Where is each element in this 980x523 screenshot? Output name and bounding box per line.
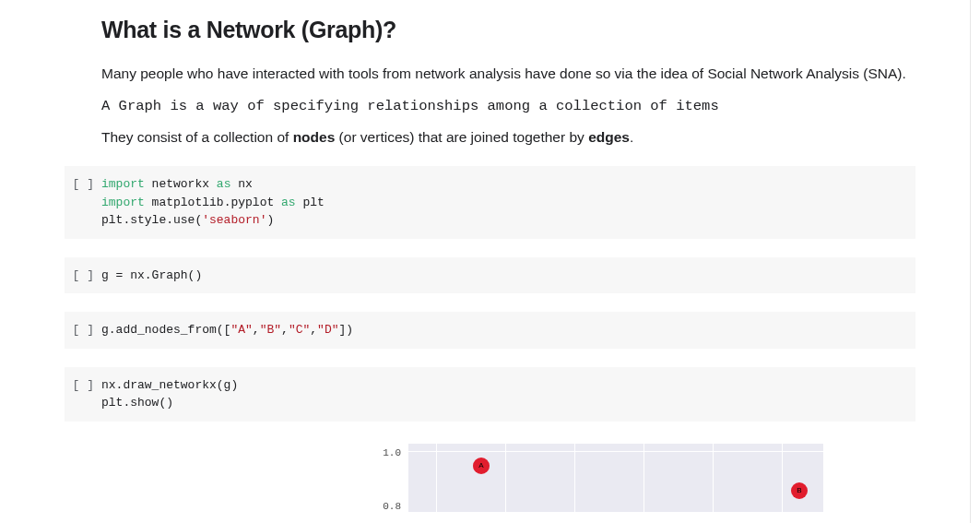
bold-nodes: nodes (293, 129, 336, 145)
grid-line (643, 444, 644, 512)
code-token: nx.draw_networkx(g) plt.show() (101, 378, 238, 410)
grid-line (782, 444, 783, 512)
code-token: import (101, 196, 145, 209)
code-token: "C" (289, 323, 310, 337)
code-content[interactable]: g.add_nodes_from(["A","B","C","D"]) (101, 321, 353, 339)
code-cells: [ ]import networkx as nx import matplotl… (65, 166, 915, 422)
intro-paragraph: Many people who have interacted with too… (101, 64, 915, 84)
grid-line (436, 444, 437, 512)
code-token: ]) (339, 323, 354, 337)
para-text: . (630, 129, 633, 145)
code-token: 'seaborn' (202, 213, 266, 227)
execution-count: [ ] (65, 175, 101, 194)
code-cell[interactable]: [ ]g = nx.Graph() (65, 257, 915, 294)
code-token: as (217, 177, 231, 191)
y-tick-label: 1.0 (373, 447, 401, 458)
code-token: , (281, 323, 289, 337)
graph-node: B (791, 482, 808, 499)
plot-output: 1.0 0.8 AB (101, 438, 915, 512)
graph-node: A (473, 458, 490, 474)
execution-count: [ ] (65, 321, 101, 339)
code-token: "D" (317, 323, 338, 337)
execution-count: [ ] (65, 267, 101, 285)
code-token: as (281, 196, 296, 209)
code-content[interactable]: import networkx as nx import matplotlib.… (101, 175, 325, 230)
nodes-edges-paragraph: They consist of a collection of nodes (o… (101, 127, 915, 148)
code-token: "B" (260, 323, 281, 337)
code-token: , (310, 323, 317, 337)
markdown-block: What is a Network (Graph)? Many people w… (101, 0, 915, 148)
notebook-page: What is a Network (Graph)? Many people w… (0, 0, 980, 523)
code-token: ) (266, 213, 274, 227)
graph-definition: A Graph is a way of specifying relations… (101, 95, 915, 117)
code-token: networkx (145, 177, 217, 191)
code-token: import (101, 177, 145, 191)
code-token: nx (230, 177, 252, 191)
code-content[interactable]: nx.draw_networkx(g) plt.show() (101, 376, 238, 412)
code-token: g.add_nodes_from([ (101, 323, 230, 337)
para-text: (or vertices) that are joined together b… (335, 129, 588, 145)
plot-canvas: AB (408, 444, 823, 512)
code-cell[interactable]: [ ]import networkx as nx import matplotl… (65, 166, 915, 239)
code-token: plt (296, 196, 325, 209)
bold-edges: edges (588, 129, 630, 145)
code-token: g = nx.Graph() (101, 268, 202, 282)
code-content[interactable]: g = nx.Graph() (101, 267, 202, 285)
code-token: matplotlib.pyplot (145, 196, 281, 209)
code-cell[interactable]: [ ]g.add_nodes_from(["A","B","C","D"]) (65, 312, 915, 349)
section-heading: What is a Network (Graph)? (101, 0, 915, 53)
content-column: What is a Network (Graph)? Many people w… (0, 0, 980, 512)
para-text: They consist of a collection of (101, 129, 293, 145)
y-tick-label: 0.8 (373, 501, 401, 512)
execution-count: [ ] (65, 376, 101, 395)
grid-line (713, 444, 714, 512)
code-cell[interactable]: [ ]nx.draw_networkx(g) plt.show() (65, 367, 915, 422)
grid-line (574, 444, 575, 512)
code-token: plt.style.use( (101, 213, 202, 227)
code-token: , (253, 323, 260, 337)
grid-line (408, 451, 823, 452)
definition-code: A Graph is a way of specifying relations… (101, 98, 719, 114)
divider-right (970, 0, 971, 523)
code-token: "A" (230, 323, 252, 337)
grid-line (505, 444, 506, 512)
